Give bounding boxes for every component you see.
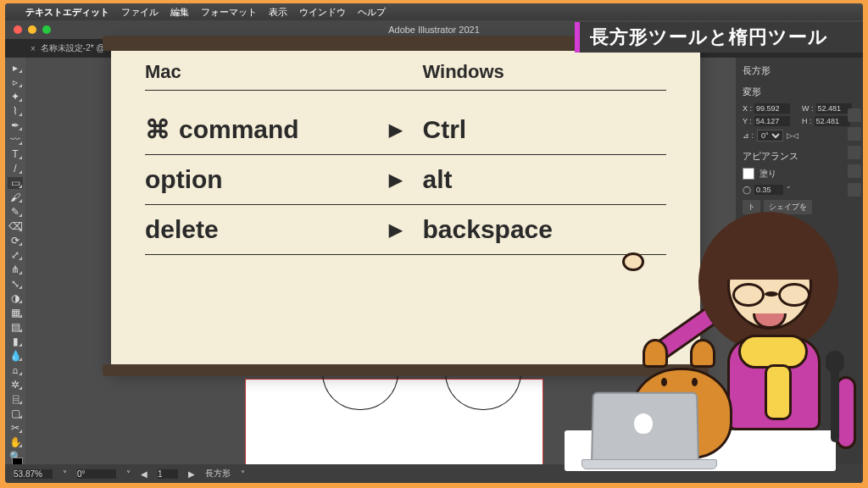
perspective-tool[interactable]: ▦ (8, 307, 23, 319)
dropdown-icon[interactable]: ˅ (241, 469, 245, 479)
magic-wand-tool[interactable]: ✦ (8, 91, 23, 103)
tab-close-icon[interactable]: × (31, 44, 36, 53)
blend-tool[interactable]: ⩍ (8, 364, 23, 376)
shaper-tool[interactable]: ✎ (8, 206, 23, 218)
angle-label: ⊿ : (743, 131, 754, 140)
panel-tab-icon[interactable] (848, 108, 861, 122)
lasso-tool[interactable]: ⌇ (8, 105, 23, 117)
opacity-field[interactable] (754, 185, 783, 195)
y-label: Y : (743, 117, 752, 125)
zoom-dropdown-icon[interactable]: ˅ (63, 469, 67, 479)
menu-file[interactable]: ファイル (121, 6, 159, 19)
lesson-title: 長方形ツールと楕円ツール (590, 25, 828, 50)
artboard-next-icon[interactable]: ▶ (188, 469, 195, 479)
menu-view[interactable]: 表示 (269, 6, 287, 19)
pen-tool[interactable]: ✒ (8, 119, 23, 131)
gradient-tool[interactable]: ▮ (8, 336, 23, 347)
shape-button[interactable]: シェイプを (764, 200, 812, 214)
selection-tool[interactable]: ▸ (8, 62, 23, 74)
w-field[interactable] (816, 103, 852, 114)
panel-tab-icon[interactable] (848, 146, 861, 159)
artboard-name-dropdown[interactable]: 長方形 (205, 468, 231, 480)
arrange-action[interactable]: 重ね順 (743, 218, 776, 232)
col-win-header: Windows (423, 61, 667, 83)
fill-swatch-icon[interactable] (743, 168, 754, 180)
width-tool[interactable]: ⋔ (8, 263, 23, 275)
menu-edit[interactable]: 編集 (170, 6, 189, 19)
panel-tab-icon[interactable] (848, 127, 861, 141)
rectangle-tool[interactable]: ▭ (8, 177, 23, 189)
appearance-section-title: アピアランス (743, 150, 856, 163)
fill-label: 塗り (760, 168, 776, 180)
zoom-field[interactable] (14, 469, 53, 479)
keymap-row: delete▶backspace (145, 205, 666, 255)
artboard-index-field[interactable] (158, 469, 178, 479)
lecture-board: Mac Windows ⌘command▶Ctrloption▶altdelet… (111, 41, 700, 371)
arrow-icon: ▶ (389, 169, 423, 190)
transform-section-title: 変形 (743, 86, 856, 98)
tool-panel: ▸▹✦⌇✒〰T/▭🖌✎⌫⟳⤢⋔⤡◑▦▤▮💧⩍✲⌸▢✂✋🔍 (5, 58, 25, 464)
angle-status-field[interactable] (77, 469, 116, 479)
mac-key: delete (145, 215, 389, 244)
menu-window[interactable]: ウインドウ (299, 6, 346, 19)
free-transform-tool[interactable]: ⤡ (8, 278, 23, 290)
type-tool[interactable]: T (8, 148, 23, 160)
flip-h-icon[interactable]: ▷◁ (787, 131, 798, 140)
angle-select[interactable]: 0° (757, 130, 783, 141)
h-field[interactable] (815, 116, 850, 126)
curvature-tool[interactable]: 〰 (8, 134, 23, 146)
angle-dropdown-icon[interactable]: ˅ (126, 469, 131, 479)
eyedropper-tool[interactable]: 💧 (8, 350, 23, 362)
effect-button[interactable]: ト (743, 200, 760, 214)
direct-select-tool[interactable]: ▹ (8, 76, 23, 88)
artboard-tool[interactable]: ▢ (8, 408, 23, 419)
selectall-action[interactable]: を一括選択 (743, 253, 791, 268)
col-mac-header: Mac (145, 61, 389, 83)
x-label: X : (743, 104, 752, 113)
recolor-action[interactable]: クトを再配色 (743, 236, 798, 250)
line-tool[interactable]: / (8, 163, 23, 175)
menu-format[interactable]: フォーマット (201, 6, 257, 19)
mesh-tool[interactable]: ▤ (8, 321, 23, 333)
arrow-icon: ▶ (389, 219, 423, 240)
properties-panel: 長方形 変形 X : W : Y : H : ⊿ : 0° ▷◁ (736, 58, 863, 464)
brush-tool[interactable]: 🖌 (8, 191, 23, 203)
h-label: H : (802, 117, 812, 125)
eraser-tool[interactable]: ⌫ (8, 220, 23, 232)
x-field[interactable] (754, 103, 790, 114)
opacity-icon: ◯ (743, 186, 751, 194)
mac-key: ⌘command (145, 114, 389, 144)
status-bar: ˅ ˅ ◀ ▶ 長方形 ˅ (5, 464, 863, 483)
lesson-title-banner: 長方形ツールと楕円ツール (575, 22, 863, 53)
app-name[interactable]: テキストエディット (25, 6, 109, 19)
hand-tool[interactable]: ✋ (8, 436, 23, 448)
artboard-prev-icon[interactable]: ◀ (141, 469, 147, 479)
shape-builder-tool[interactable]: ◑ (8, 292, 23, 304)
ellipse-path-1[interactable] (322, 373, 398, 410)
ellipse-path-2[interactable] (445, 373, 521, 410)
keymap-row: ⌘command▶Ctrl (145, 104, 666, 155)
slice-tool[interactable]: ✂ (8, 422, 23, 434)
panel-tab-icon[interactable] (848, 164, 861, 178)
y-field[interactable] (754, 116, 790, 126)
mac-menubar: テキストエディット ファイル 編集 フォーマット 表示 ウインドウ ヘルプ (5, 3, 863, 20)
graph-tool[interactable]: ⌸ (8, 393, 23, 405)
win-key: Ctrl (423, 115, 667, 144)
scale-tool[interactable]: ⤢ (8, 249, 23, 261)
mac-key: option (145, 165, 389, 194)
dropdown-icon[interactable]: ˅ (787, 186, 791, 194)
symbol-spray-tool[interactable]: ✲ (8, 379, 23, 391)
shape-section-title: 長方形 (743, 64, 856, 77)
menu-help[interactable]: ヘルプ (358, 6, 386, 19)
win-key: backspace (423, 215, 667, 244)
arrow-icon: ▶ (389, 119, 423, 140)
rotate-tool[interactable]: ⟳ (8, 235, 23, 247)
command-icon: ⌘ (145, 115, 170, 143)
keymap-row: option▶alt (145, 155, 666, 205)
w-label: W : (802, 104, 814, 113)
panel-tab-icon[interactable] (848, 183, 861, 197)
win-key: alt (423, 165, 667, 194)
